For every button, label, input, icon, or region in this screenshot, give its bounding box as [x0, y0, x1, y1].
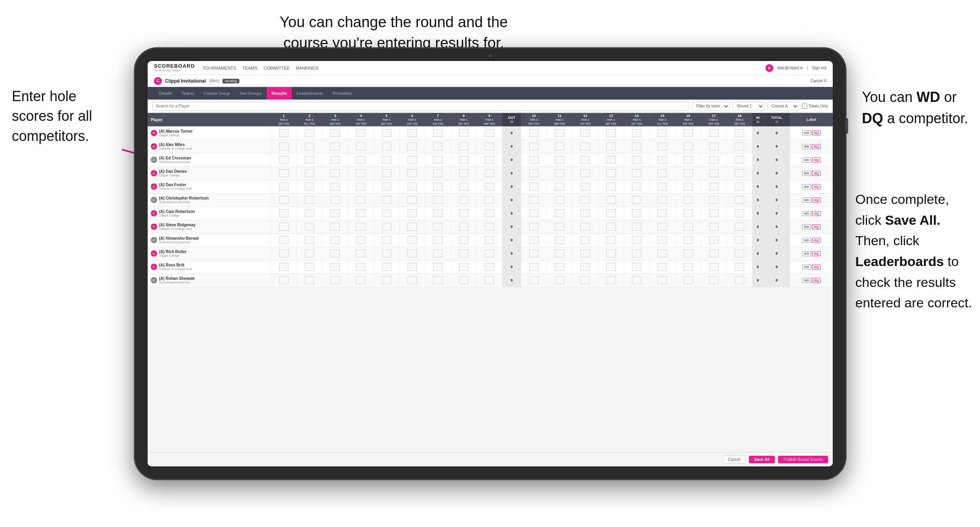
- score-cell-h5-p2[interactable]: [374, 153, 399, 166]
- sign-out-link[interactable]: Sign out: [812, 66, 826, 70]
- nav-rankings[interactable]: RANKINGS: [296, 66, 319, 70]
- hole-input[interactable]: [330, 263, 340, 271]
- hole-input[interactable]: [459, 156, 469, 164]
- hole-input[interactable]: [459, 209, 469, 217]
- score-cell-h9-p2[interactable]: [476, 153, 502, 166]
- hole-input[interactable]: [382, 223, 391, 231]
- score-cell-h5-p9[interactable]: [374, 247, 399, 260]
- hole-input[interactable]: [279, 156, 289, 164]
- wd-button-p0[interactable]: WD: [802, 130, 811, 135]
- score-cell-b3-p5[interactable]: [572, 193, 598, 207]
- hole-input[interactable]: [580, 183, 590, 190]
- hole-input[interactable]: [606, 156, 616, 164]
- hole-input[interactable]: [433, 183, 443, 190]
- dq-button-p7[interactable]: DQ: [812, 224, 821, 229]
- hole-input[interactable]: [735, 236, 744, 244]
- hole-input[interactable]: [632, 156, 641, 164]
- tab-details[interactable]: Details: [154, 87, 177, 100]
- hole-input[interactable]: [305, 276, 314, 284]
- score-cell-b7-p2[interactable]: [675, 153, 701, 166]
- score-cell-b6-p8[interactable]: [650, 233, 675, 247]
- score-cell-h4-p3[interactable]: [348, 166, 374, 180]
- score-cell-h1-p9[interactable]: [271, 247, 296, 260]
- score-cell-b4-p2[interactable]: [598, 153, 624, 166]
- hole-input[interactable]: [459, 196, 469, 204]
- hole-input[interactable]: [330, 142, 340, 150]
- score-cell-b7-p5[interactable]: [675, 193, 701, 207]
- hole-input[interactable]: [555, 129, 564, 137]
- score-cell-b1-p8[interactable]: [521, 233, 547, 247]
- score-cell-b1-p6[interactable]: [521, 207, 547, 220]
- hole-input[interactable]: [459, 142, 469, 150]
- totals-only-toggle[interactable]: Totals Only: [802, 104, 828, 109]
- hole-input[interactable]: [684, 196, 693, 204]
- score-cell-b2-p9[interactable]: [547, 247, 572, 260]
- score-cell-b8-p4[interactable]: [701, 180, 726, 193]
- hole-input[interactable]: [658, 223, 667, 231]
- dq-button-p4[interactable]: DQ: [812, 184, 821, 189]
- score-cell-h7-p2[interactable]: [425, 153, 451, 166]
- score-cell-b5-p3[interactable]: [624, 166, 649, 180]
- hole-input[interactable]: [580, 169, 590, 177]
- score-cell-b6-p2[interactable]: [650, 153, 675, 166]
- score-cell-b5-p1[interactable]: [624, 140, 649, 153]
- score-cell-h2-p10[interactable]: [296, 260, 322, 274]
- hole-input[interactable]: [555, 236, 564, 244]
- hole-input[interactable]: [580, 223, 590, 231]
- hole-input[interactable]: [606, 142, 616, 150]
- hole-input[interactable]: [433, 129, 443, 137]
- tab-results[interactable]: Results: [267, 87, 292, 100]
- hole-input[interactable]: [459, 129, 469, 137]
- hole-input[interactable]: [382, 183, 391, 190]
- hole-input[interactable]: [356, 129, 365, 137]
- search-input[interactable]: [152, 102, 689, 111]
- score-cell-h1-p4[interactable]: [271, 180, 296, 193]
- hole-input[interactable]: [555, 169, 564, 177]
- hole-input[interactable]: [632, 209, 641, 217]
- hole-input[interactable]: [459, 250, 469, 257]
- hole-input[interactable]: [408, 263, 417, 271]
- score-cell-b8-p11[interactable]: [701, 274, 726, 287]
- score-cell-b4-p4[interactable]: [598, 180, 624, 193]
- hole-input[interactable]: [529, 142, 539, 150]
- hole-input[interactable]: [684, 263, 693, 271]
- hole-input[interactable]: [709, 263, 719, 271]
- hole-input[interactable]: [555, 142, 564, 150]
- hole-input[interactable]: [735, 276, 744, 284]
- hole-input[interactable]: [709, 196, 719, 204]
- hole-input[interactable]: [709, 276, 719, 284]
- hole-input[interactable]: [382, 156, 391, 164]
- score-cell-h6-p7[interactable]: [399, 220, 425, 233]
- hole-input[interactable]: [330, 169, 340, 177]
- save-all-button[interactable]: Save All: [749, 456, 775, 463]
- score-cell-h9-p7[interactable]: [476, 220, 502, 233]
- hole-input[interactable]: [330, 276, 340, 284]
- hole-input[interactable]: [580, 142, 590, 150]
- hole-input[interactable]: [580, 236, 590, 244]
- hole-input[interactable]: [485, 142, 494, 150]
- score-cell-b6-p5[interactable]: [650, 193, 675, 207]
- score-cell-h3-p4[interactable]: [322, 180, 348, 193]
- score-cell-b7-p11[interactable]: [675, 274, 701, 287]
- score-cell-h8-p4[interactable]: [451, 180, 476, 193]
- hole-input[interactable]: [485, 276, 494, 284]
- hole-input[interactable]: [433, 236, 443, 244]
- score-cell-h5-p11[interactable]: [374, 274, 399, 287]
- score-cell-b1-p10[interactable]: [521, 260, 547, 274]
- score-cell-b1-p0[interactable]: [521, 126, 547, 140]
- hole-input[interactable]: [433, 169, 443, 177]
- score-cell-b2-p4[interactable]: [547, 180, 572, 193]
- score-cell-b4-p0[interactable]: [598, 126, 624, 140]
- score-cell-b8-p7[interactable]: [701, 220, 726, 233]
- hole-input[interactable]: [735, 209, 744, 217]
- score-cell-h7-p3[interactable]: [425, 166, 451, 180]
- hole-input[interactable]: [382, 209, 391, 217]
- score-cell-b2-p7[interactable]: [547, 220, 572, 233]
- score-cell-h9-p4[interactable]: [476, 180, 502, 193]
- score-cell-b3-p10[interactable]: [572, 260, 598, 274]
- score-cell-b4-p6[interactable]: [598, 207, 624, 220]
- hole-input[interactable]: [580, 196, 590, 204]
- course-select[interactable]: Course A: [767, 102, 799, 111]
- score-cell-b2-p10[interactable]: [547, 260, 572, 274]
- score-cell-h5-p0[interactable]: [374, 126, 399, 140]
